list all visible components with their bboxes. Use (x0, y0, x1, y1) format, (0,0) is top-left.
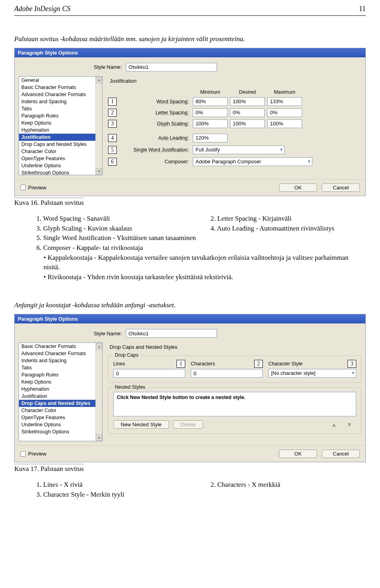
word-spacing-min[interactable] (193, 97, 228, 106)
category-item[interactable]: OpenType Features (19, 414, 102, 421)
label-glyph-scaling: Glyph Scaling: (122, 121, 190, 127)
scrollbar[interactable]: ▴ ▾ (95, 343, 102, 441)
dropcaps-legend: Drop Caps (112, 352, 141, 358)
ok-button[interactable]: OK (279, 183, 317, 192)
doc-title: Adobe InDesign CS (14, 5, 70, 13)
annotation-2: 2 (254, 360, 263, 368)
new-nested-style-button[interactable]: New Nested Style (113, 420, 169, 429)
category-item[interactable]: Paragraph Rules (19, 112, 102, 119)
letter-spacing-max[interactable] (267, 108, 302, 117)
annotation-2: 2 (108, 109, 117, 117)
figure-caption-1: Kuva 16. Palstaan sovitus (14, 198, 84, 207)
style-name-input[interactable] (126, 329, 217, 338)
category-item[interactable]: Underline Options (19, 421, 102, 428)
category-item[interactable]: Drop Caps and Nested Styles (19, 400, 102, 407)
category-item[interactable]: OpenType Features (19, 155, 102, 162)
category-item[interactable]: Advanced Character Formats (19, 91, 102, 98)
col-minimum: Minimum (193, 89, 228, 95)
preview-checkbox[interactable]: Preview (20, 185, 46, 191)
col-desired: Desired (230, 89, 265, 95)
auto-leading-input[interactable] (193, 134, 228, 142)
delete-button[interactable]: Delete (173, 420, 203, 429)
category-item[interactable]: Justification (19, 393, 102, 400)
category-item[interactable]: Underline Options (19, 162, 102, 169)
category-item[interactable]: Indents and Spacing (19, 98, 102, 105)
label-auto-leading: Auto Leading: (122, 135, 190, 141)
section-title: Justification (110, 78, 361, 84)
category-item[interactable]: Drop Caps and Nested Styles (19, 141, 102, 148)
glyph-scaling-max[interactable] (267, 119, 302, 128)
category-item[interactable]: Strikethrough Options (19, 169, 102, 175)
category-items: GeneralBasic Character FormatsAdvanced C… (19, 77, 102, 175)
category-item[interactable]: Tabs (19, 105, 102, 112)
dialog-titlebar: Paragraph Style Options (15, 48, 365, 57)
intro-text-1: Palstaan sovitus -kohdassa määritellään … (0, 35, 380, 44)
header-rule (14, 15, 366, 16)
dialog-titlebar: Paragraph Style Options (15, 314, 365, 323)
label-character-style: Character Style (268, 361, 302, 367)
category-item[interactable]: Keep Options (19, 119, 102, 127)
style-name-label: Style Name: (94, 331, 122, 337)
category-item[interactable]: Character Color (19, 407, 102, 414)
category-item[interactable]: Hyphenation (19, 386, 102, 393)
dialog-paragraph-style-options-justification: Paragraph Style Options Style Name: Gene… (14, 48, 366, 196)
scroll-down-icon[interactable]: ▾ (96, 168, 102, 175)
letter-spacing-min[interactable] (193, 108, 228, 117)
label-composer: Composer: (122, 159, 190, 164)
glyph-scaling-des[interactable] (230, 119, 265, 128)
category-item[interactable]: Tabs (19, 364, 102, 371)
nested-styles-legend: Nested Styles (112, 384, 148, 390)
category-item[interactable]: General (19, 77, 102, 84)
annotation-4: 4 (108, 134, 117, 142)
annotation-6: 6 (108, 158, 117, 166)
col-maximum: Maximum (267, 89, 302, 95)
category-item[interactable]: Paragraph Rules (19, 371, 102, 378)
style-name-label: Style Name: (94, 64, 122, 70)
scroll-up-icon[interactable]: ▴ (96, 343, 102, 350)
scroll-down-icon[interactable]: ▾ (96, 434, 102, 441)
preview-label: Preview (28, 185, 46, 191)
category-item[interactable]: Justification (19, 134, 102, 141)
label-word-spacing: Word Spacing: (122, 99, 190, 104)
label-single-word-justification: Single Word Justification: (122, 147, 190, 153)
annotation-3: 3 (348, 360, 356, 368)
composer-select[interactable]: Adobe Paragraph Composer (193, 157, 312, 166)
annotation-5: 5 (108, 146, 117, 154)
category-item[interactable]: Character Color (19, 148, 102, 155)
characters-input[interactable] (191, 369, 263, 378)
preview-checkbox-input[interactable] (20, 185, 26, 190)
cancel-button[interactable]: Cancel (322, 450, 360, 458)
category-item[interactable]: Keep Options (19, 378, 102, 386)
word-spacing-des[interactable] (230, 97, 265, 106)
preview-label: Preview (28, 451, 46, 457)
word-spacing-max[interactable] (267, 97, 302, 106)
nested-styles-fieldset: Nested Styles Click New Nested Style but… (108, 388, 361, 434)
category-item[interactable]: Indents and Spacing (19, 357, 102, 364)
category-list[interactable]: GeneralBasic Character FormatsAdvanced C… (19, 76, 103, 175)
scroll-up-icon[interactable]: ▴ (96, 77, 102, 83)
category-list[interactable]: Basic Character FormatsAdvanced Characte… (19, 342, 103, 441)
single-word-justification-select[interactable]: Full Justify (193, 146, 285, 154)
scrollbar[interactable]: ▴ ▾ (95, 77, 102, 175)
preview-checkbox-input[interactable] (20, 451, 26, 457)
intro-text-2: Anfangit ja koostajat -kohdassa tehdään … (0, 301, 380, 310)
annotation-1: 1 (177, 360, 185, 368)
category-item[interactable]: Strikethrough Options (19, 428, 102, 435)
glyph-scaling-min[interactable] (193, 119, 228, 128)
category-item[interactable]: Advanced Character Formats (19, 350, 102, 357)
category-item[interactable]: Hyphenation (19, 127, 102, 134)
reorder-arrows-icon: ▲ ▼ (331, 421, 356, 428)
letter-spacing-des[interactable] (230, 108, 265, 117)
cancel-button[interactable]: Cancel (322, 183, 360, 192)
figure-caption-2: Kuva 17. Palstaan sovitus (14, 464, 84, 473)
category-item[interactable]: Basic Character Formats (19, 84, 102, 91)
nested-styles-message: Click New Nested Style button to create … (113, 392, 356, 416)
dropcaps-fieldset: Drop Caps Lines 1 Characters 2 (108, 355, 361, 383)
character-style-select[interactable]: [No character style] (268, 369, 356, 378)
preview-checkbox[interactable]: Preview (20, 451, 46, 457)
style-name-input[interactable] (126, 63, 217, 72)
annotation-3: 3 (108, 120, 117, 128)
lines-input[interactable] (113, 369, 185, 378)
category-item[interactable]: Basic Character Formats (19, 343, 102, 350)
ok-button[interactable]: OK (279, 450, 317, 458)
